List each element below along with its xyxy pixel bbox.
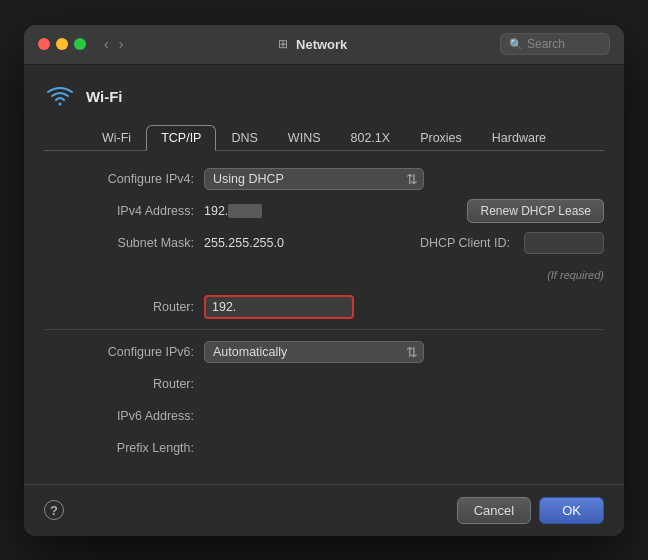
renew-dhcp-button[interactable]: Renew DHCP Lease	[467, 199, 604, 223]
window-title: Network	[296, 37, 347, 52]
tab-wins[interactable]: WINS	[273, 125, 336, 151]
tab-hardware[interactable]: Hardware	[477, 125, 561, 151]
ipv4-address-value: 192.	[204, 204, 262, 218]
wifi-header: Wi-Fi	[44, 81, 604, 113]
subnet-mask-row: Subnet Mask: 255.255.255.0 DHCP Client I…	[44, 231, 604, 255]
configure-ipv6-select-wrapper: Automatically ⇅	[204, 341, 424, 363]
if-required-row: (If required)	[44, 263, 604, 287]
ipv6-router-row: Router:	[44, 372, 604, 396]
ipv6-section: Configure IPv6: Automatically ⇅ Router: …	[44, 340, 604, 460]
tab-tcpip[interactable]: TCP/IP	[146, 125, 216, 151]
footer-buttons: Cancel OK	[457, 497, 604, 524]
router-label: Router:	[44, 300, 204, 314]
subnet-mask-label: Subnet Mask:	[44, 236, 204, 250]
prefix-length-row: Prefix Length:	[44, 436, 604, 460]
section-divider	[44, 329, 604, 330]
ipv4-address-row: IPv4 Address: 192. Renew DHCP Lease	[44, 199, 604, 223]
configure-ipv4-row: Configure IPv4: Using DHCP ⇅	[44, 167, 604, 191]
router-row: Router:	[44, 295, 604, 319]
configure-ipv4-select[interactable]: Using DHCP	[204, 168, 424, 190]
subnet-mask-value: 255.255.255.0	[204, 236, 284, 250]
tab-wifi[interactable]: Wi-Fi	[87, 125, 146, 151]
back-button[interactable]: ‹	[102, 36, 111, 52]
minimize-button[interactable]	[56, 38, 68, 50]
maximize-button[interactable]	[74, 38, 86, 50]
tab-dns[interactable]: DNS	[216, 125, 272, 151]
ipv6-address-label: IPv6 Address:	[44, 409, 204, 423]
network-window: ‹ › ⊞ Network 🔍 Search Wi-Fi	[24, 25, 624, 536]
footer: ? Cancel OK	[24, 484, 624, 536]
cancel-button[interactable]: Cancel	[457, 497, 531, 524]
ipv4-address-blurred	[228, 204, 261, 218]
wifi-label: Wi-Fi	[86, 88, 123, 105]
tab-proxies[interactable]: Proxies	[405, 125, 477, 151]
nav-buttons: ‹ ›	[102, 36, 125, 52]
forward-button[interactable]: ›	[117, 36, 126, 52]
ok-button[interactable]: OK	[539, 497, 604, 524]
search-box[interactable]: 🔍 Search	[500, 33, 610, 55]
grid-icon: ⊞	[278, 37, 288, 51]
configure-ipv6-row: Configure IPv6: Automatically ⇅	[44, 340, 604, 364]
prefix-length-label: Prefix Length:	[44, 441, 204, 455]
search-icon: 🔍	[509, 38, 523, 51]
tab-bar: Wi-Fi TCP/IP DNS WINS 802.1X Proxies Har…	[44, 125, 604, 151]
close-button[interactable]	[38, 38, 50, 50]
router-input[interactable]	[204, 295, 354, 319]
configure-ipv6-select[interactable]: Automatically	[204, 341, 424, 363]
if-required-text: (If required)	[547, 269, 604, 281]
ipv4-section: Configure IPv4: Using DHCP ⇅ IPv4 Addres…	[44, 167, 604, 319]
configure-ipv4-select-wrapper: Using DHCP ⇅	[204, 168, 424, 190]
configure-ipv6-label: Configure IPv6:	[44, 345, 204, 359]
ipv6-address-row: IPv6 Address:	[44, 404, 604, 428]
tab-8021x[interactable]: 802.1X	[336, 125, 406, 151]
titlebar: ‹ › ⊞ Network 🔍 Search	[24, 25, 624, 65]
configure-ipv4-label: Configure IPv4:	[44, 172, 204, 186]
wifi-icon	[44, 81, 76, 113]
ipv6-router-label: Router:	[44, 377, 204, 391]
title-area: ⊞ Network	[133, 37, 492, 52]
ipv4-address-label: IPv4 Address:	[44, 204, 204, 218]
content-area: Wi-Fi Wi-Fi TCP/IP DNS WINS 802.1X Proxi…	[24, 65, 624, 484]
dhcp-client-id-label: DHCP Client ID:	[420, 236, 510, 250]
dhcp-client-id-input[interactable]	[524, 232, 604, 254]
traffic-lights	[38, 38, 86, 50]
help-button[interactable]: ?	[44, 500, 64, 520]
search-placeholder: Search	[527, 37, 565, 51]
